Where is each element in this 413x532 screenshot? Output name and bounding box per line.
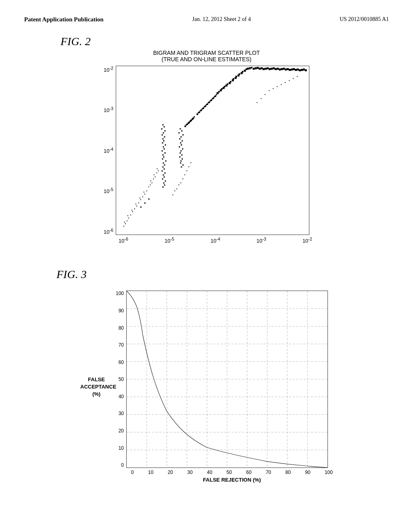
svg-rect-36 (162, 158, 163, 160)
fig2-scatter-svg (116, 66, 309, 235)
svg-rect-50 (163, 187, 164, 188)
svg-rect-2 (127, 220, 127, 221)
svg-rect-6 (127, 215, 128, 216)
svg-rect-28 (162, 142, 163, 143)
svg-rect-150 (285, 69, 287, 71)
svg-rect-148 (281, 68, 283, 70)
svg-rect-182 (140, 206, 142, 208)
svg-rect-4 (128, 218, 129, 218)
svg-rect-160 (305, 69, 307, 71)
svg-rect-31 (164, 148, 165, 150)
fig3-x-axis: 0 10 20 30 40 50 60 70 80 90 100 (131, 468, 333, 475)
svg-rect-64 (181, 154, 182, 156)
svg-rect-53 (178, 132, 179, 133)
fig3-y-labels-area: 100 90 80 70 60 50 40 30 20 10 0 (116, 291, 328, 468)
svg-rect-181 (297, 76, 298, 77)
svg-rect-20 (164, 126, 165, 127)
svg-rect-156 (297, 69, 299, 71)
svg-rect-110 (216, 94, 217, 96)
svg-rect-164 (178, 185, 179, 185)
svg-rect-121 (218, 91, 220, 93)
svg-rect-51 (179, 128, 181, 129)
svg-rect-163 (176, 189, 177, 189)
fig2-title: BIGRAM AND TRIGRAM SCATTER PLOT (TRUE AN… (153, 50, 260, 62)
fig2-container: FIG. 2 BIGRAM AND TRIGRAM SCATTER PLOT (… (24, 35, 389, 244)
svg-rect-33 (165, 152, 166, 154)
fig3-plot: .dash-line { stroke: #999; stroke-width:… (126, 291, 328, 468)
svg-rect-59 (181, 144, 182, 145)
svg-rect-62 (180, 150, 181, 152)
svg-rect-151 (287, 68, 289, 70)
svg-rect-5 (130, 214, 131, 215)
svg-rect-41 (164, 168, 165, 170)
svg-rect-3 (124, 222, 125, 222)
svg-rect-138 (261, 67, 263, 69)
svg-rect-27 (163, 140, 165, 141)
svg-rect-162 (174, 191, 175, 191)
svg-rect-11 (138, 202, 139, 203)
fig3-grid-svg: .dash-line { stroke: #999; stroke-width:… (127, 291, 327, 468)
svg-rect-80 (157, 168, 158, 169)
svg-rect-139 (263, 68, 265, 70)
svg-rect-153 (291, 69, 293, 71)
svg-rect-70 (181, 166, 182, 168)
svg-rect-158 (301, 69, 303, 71)
fig2-x-axis: 10-6 10-5 10-4 10-3 10-2 (119, 237, 312, 244)
svg-rect-122 (221, 88, 223, 90)
svg-rect-127 (236, 76, 237, 77)
svg-rect-17 (146, 191, 147, 191)
svg-rect-108 (212, 98, 213, 100)
svg-rect-12 (136, 204, 136, 204)
svg-rect-54 (182, 134, 184, 135)
svg-rect-25 (164, 136, 165, 137)
svg-rect-87 (190, 120, 191, 122)
fig2-plot (116, 66, 309, 235)
svg-rect-183 (144, 202, 146, 204)
svg-rect-106 (208, 102, 209, 104)
svg-rect-19 (163, 124, 164, 125)
svg-rect-144 (273, 67, 275, 69)
svg-rect-23 (163, 132, 164, 133)
svg-rect-134 (253, 68, 255, 70)
svg-rect-140 (265, 68, 267, 70)
fig3-x-title: FALSE REJECTION (%) (131, 477, 333, 483)
svg-rect-24 (162, 134, 163, 135)
svg-rect-184 (148, 198, 150, 200)
svg-rect-180 (289, 80, 290, 81)
svg-rect-91 (196, 113, 198, 115)
svg-rect-10 (136, 206, 137, 206)
patent-number-label: US 2012/0010885 A1 (340, 16, 389, 23)
svg-rect-65 (179, 156, 180, 158)
svg-rect-81 (184, 125, 186, 127)
svg-rect-149 (283, 68, 285, 70)
svg-rect-45 (164, 177, 165, 178)
svg-rect-67 (180, 160, 181, 162)
svg-rect-77 (154, 175, 154, 175)
svg-rect-69 (182, 164, 184, 166)
svg-rect-32 (162, 150, 163, 152)
svg-rect-167 (184, 175, 185, 175)
svg-rect-29 (165, 144, 166, 145)
svg-rect-21 (161, 128, 163, 129)
svg-rect-129 (242, 71, 244, 73)
svg-rect-131 (247, 68, 249, 70)
svg-rect-174 (285, 82, 286, 83)
svg-rect-147 (279, 69, 281, 71)
svg-rect-15 (140, 197, 140, 198)
svg-rect-78 (156, 172, 157, 173)
svg-rect-177 (265, 94, 265, 95)
fig3-container: FIG. 3 FALSE ACCEPTANCE (%) 100 90 80 70… (24, 268, 389, 483)
svg-rect-30 (163, 146, 164, 148)
date-sheet-label: Jan. 12, 2012 Sheet 2 of 4 (192, 16, 251, 23)
svg-rect-71 (148, 187, 149, 187)
fig3-area: FALSE ACCEPTANCE (%) 100 90 80 70 60 50 … (80, 291, 333, 483)
svg-rect-8 (134, 208, 135, 209)
svg-rect-136 (257, 67, 259, 69)
fig2-area: 10-2 10-3 10-4 10-5 10-6 (104, 66, 309, 235)
svg-rect-105 (206, 104, 207, 106)
page-header: Patent Application Publication Jan. 12, … (0, 0, 413, 31)
svg-rect-166 (182, 179, 183, 179)
svg-rect-125 (230, 81, 232, 83)
svg-rect-88 (192, 118, 193, 120)
svg-rect-157 (299, 69, 301, 71)
